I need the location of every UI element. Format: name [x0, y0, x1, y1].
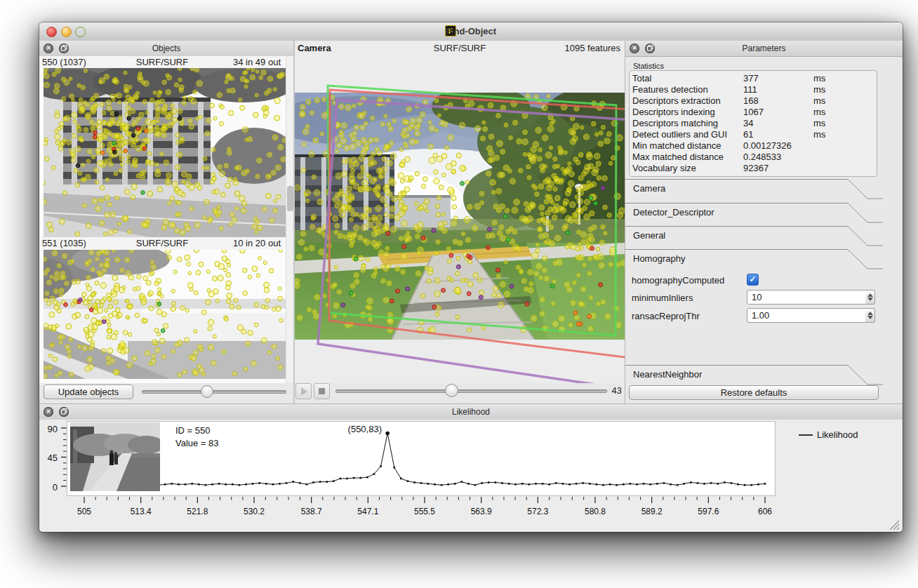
- minimum-inliers-stepper[interactable]: [865, 290, 875, 305]
- stat-value: 61: [743, 129, 813, 140]
- objects-dock-title: Objects: [39, 44, 293, 53]
- stat-row: Min matched distance0.00127326: [632, 140, 877, 152]
- x-tick-label: 555.5: [407, 507, 442, 516]
- object-item-header: 551 (1035) SURF/SURF 10 in 20 out: [41, 237, 284, 250]
- selected-id-text: ID = 550: [175, 425, 211, 436]
- likelihood-thumbnail: [70, 422, 160, 491]
- statistics-panel: Total377msFeatures detection111msDescrip…: [629, 70, 877, 177]
- camera-header: Camera SURF/SURF 1095 features: [295, 41, 625, 56]
- minimum-inliers-input[interactable]: 10: [747, 290, 866, 305]
- stat-unit: [813, 152, 877, 163]
- section-tab-label: NearestNeighbor: [633, 369, 702, 380]
- app-window: F Find-Object ✕ Objects 550 (1037) SURF/…: [39, 22, 903, 532]
- x-tick-label: 505: [67, 507, 102, 516]
- stat-row: Descriptors indexing1067ms: [632, 107, 877, 118]
- stop-button[interactable]: [314, 383, 330, 399]
- ransac-reproj-input[interactable]: 1.00: [747, 308, 866, 323]
- parameters-dock-header[interactable]: ✕ Parameters: [625, 41, 903, 57]
- x-tick-label: 563.9: [464, 507, 499, 516]
- objects-slider-thumb[interactable]: [201, 385, 213, 398]
- stat-row: Detect outliers and GUI61ms: [632, 129, 877, 140]
- stat-unit: ms: [813, 95, 877, 107]
- camera-frame-slider[interactable]: [335, 389, 607, 393]
- x-tick-label: 589.2: [634, 507, 670, 516]
- stat-value: 111: [743, 84, 813, 95]
- x-tick-label: 521.8: [180, 507, 215, 516]
- selected-value-text: Value = 83: [175, 438, 219, 448]
- play-button[interactable]: [295, 383, 312, 399]
- section-tab-label: Camera: [633, 183, 665, 194]
- x-tick-label: 597.6: [691, 507, 726, 516]
- stat-value: 0.248533: [743, 152, 813, 163]
- camera-view: [295, 56, 625, 383]
- section-tab-label: General: [633, 230, 665, 241]
- x-tick-label: 606: [747, 507, 783, 516]
- stat-name: Vocabulary size: [632, 163, 743, 174]
- stat-value: 34: [743, 118, 813, 129]
- restore-defaults-button[interactable]: Restore defaults: [629, 385, 879, 400]
- x-tick-label: 572.3: [520, 507, 555, 516]
- legend-line-swatch: [799, 434, 813, 436]
- x-tick-label: 547.1: [350, 507, 385, 516]
- stat-name: Features detection: [632, 84, 743, 95]
- stat-value: 377: [743, 73, 813, 84]
- ransac-reproj-stepper[interactable]: [865, 308, 875, 323]
- spin-down-icon[interactable]: [867, 298, 873, 301]
- y-tick-label: 90: [44, 424, 58, 434]
- spin-up-icon[interactable]: [867, 312, 873, 315]
- x-axis-ticks: [67, 497, 776, 507]
- spin-down-icon[interactable]: [867, 316, 873, 319]
- legend-label: Likelihood: [817, 429, 858, 440]
- section-tab[interactable]: Camera: [625, 179, 903, 199]
- stat-unit: [813, 163, 877, 174]
- objects-slider[interactable]: [142, 390, 286, 394]
- stat-value: 92367: [743, 163, 813, 174]
- stat-name: Max matched distance: [632, 152, 743, 163]
- homography-computed-label: homographyComputed: [632, 275, 724, 286]
- play-icon: [301, 387, 307, 396]
- stat-name: Descriptors matching: [632, 118, 743, 129]
- desktop: F Find-Object ✕ Objects 550 (1037) SURF/…: [0, 0, 918, 588]
- stat-row: Features detection111ms: [632, 84, 877, 95]
- stat-name: Total: [632, 73, 743, 84]
- titlebar[interactable]: F Find-Object: [39, 22, 903, 41]
- objects-dock-header[interactable]: ✕ Objects: [39, 41, 293, 57]
- x-tick-label: 580.8: [578, 507, 613, 516]
- stat-unit: ms: [813, 107, 877, 118]
- stat-unit: ms: [813, 84, 877, 95]
- section-tab-label: Homography: [633, 253, 685, 264]
- section-tab[interactable]: Detector_Descriptor: [625, 203, 903, 223]
- stat-name: Descriptors extraction: [632, 95, 743, 107]
- stat-name: Detect outliers and GUI: [632, 129, 743, 140]
- stat-value: 1067: [743, 107, 813, 118]
- x-tick-label: 530.2: [237, 507, 272, 516]
- parameters-dock-title: Parameters: [625, 44, 903, 53]
- stat-value: 168: [743, 95, 813, 107]
- stat-unit: ms: [813, 73, 877, 84]
- camera-image: [295, 93, 625, 340]
- camera-slider-thumb[interactable]: [445, 384, 458, 397]
- stat-unit: ms: [813, 118, 877, 129]
- likelihood-dock-header[interactable]: ✕ Likelihood: [39, 404, 903, 420]
- section-tab-label: Detector_Descriptor: [633, 207, 714, 218]
- section-tab[interactable]: NearestNeighbor: [625, 365, 903, 385]
- stat-unit: ms: [813, 129, 877, 140]
- homography-computed-checkbox[interactable]: ✓: [747, 274, 759, 286]
- scrollbar-thumb[interactable]: [287, 186, 293, 211]
- spin-up-icon[interactable]: [867, 293, 873, 297]
- window-title: Find-Object: [39, 26, 903, 36]
- section-tab[interactable]: Homography: [625, 249, 903, 269]
- likelihood-panel: 90 45 0: [39, 420, 903, 532]
- stat-name: Descriptors indexing: [632, 107, 743, 118]
- object-inliers: 10 in 20 out: [233, 238, 281, 248]
- section-tab[interactable]: General: [625, 226, 903, 246]
- ransac-reproj-label: ransacReprojThr: [632, 311, 700, 321]
- camera-feature-count: 1095 features: [564, 43, 620, 53]
- resize-grip[interactable]: [887, 518, 900, 530]
- object-image-551: [44, 250, 286, 379]
- object-item-header: 550 (1037) SURF/SURF 34 in 49 out: [41, 56, 284, 68]
- stat-row: Descriptors matching34ms: [632, 118, 877, 129]
- update-objects-button[interactable]: Update objects: [44, 385, 133, 399]
- x-tick-label: 538.7: [294, 507, 329, 516]
- stat-row: Total377ms: [632, 73, 877, 84]
